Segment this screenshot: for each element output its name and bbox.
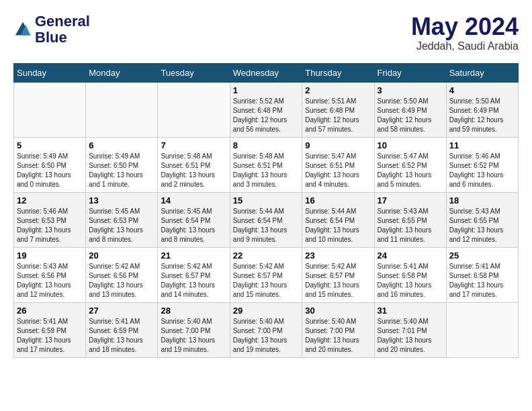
day-number: 14 (161, 195, 226, 205)
calendar-cell: 26Sunrise: 5:41 AMSunset: 6:59 PMDayligh… (14, 302, 86, 357)
calendar-cell: 13Sunrise: 5:45 AMSunset: 6:53 PMDayligh… (86, 192, 158, 247)
calendar-cell: 23Sunrise: 5:42 AMSunset: 6:57 PMDayligh… (302, 247, 374, 302)
title-block: May 2024 Jeddah, Saudi Arabia (411, 13, 519, 52)
calendar-cell: 14Sunrise: 5:45 AMSunset: 6:54 PMDayligh… (158, 192, 230, 247)
day-info: Sunrise: 5:44 AMSunset: 6:54 PMDaylight:… (305, 207, 371, 244)
weekday-header-thursday: Thursday (302, 63, 374, 82)
logo: General Blue (13, 13, 90, 46)
day-info: Sunrise: 5:44 AMSunset: 6:54 PMDaylight:… (233, 207, 300, 244)
calendar-cell: 9Sunrise: 5:47 AMSunset: 6:51 PMDaylight… (302, 137, 374, 192)
day-info: Sunrise: 5:51 AMSunset: 6:48 PMDaylight:… (305, 97, 371, 134)
calendar-cell: 27Sunrise: 5:41 AMSunset: 6:59 PMDayligh… (86, 302, 158, 357)
day-number: 11 (449, 140, 515, 150)
calendar-cell: 25Sunrise: 5:41 AMSunset: 6:58 PMDayligh… (446, 247, 518, 302)
calendar-cell: 24Sunrise: 5:41 AMSunset: 6:58 PMDayligh… (374, 247, 446, 302)
calendar-cell: 6Sunrise: 5:49 AMSunset: 6:50 PMDaylight… (86, 137, 158, 192)
day-number: 28 (161, 306, 226, 316)
calendar-week-4: 26Sunrise: 5:41 AMSunset: 6:59 PMDayligh… (14, 302, 519, 357)
calendar-cell: 21Sunrise: 5:42 AMSunset: 6:57 PMDayligh… (158, 247, 230, 302)
day-number: 27 (89, 306, 154, 316)
day-info: Sunrise: 5:41 AMSunset: 6:59 PMDaylight:… (89, 317, 154, 355)
day-info: Sunrise: 5:41 AMSunset: 6:59 PMDaylight:… (17, 317, 83, 355)
day-number: 17 (378, 195, 443, 205)
day-info: Sunrise: 5:48 AMSunset: 6:51 PMDaylight:… (233, 152, 300, 189)
calendar-cell: 22Sunrise: 5:42 AMSunset: 6:57 PMDayligh… (230, 247, 302, 302)
day-info: Sunrise: 5:52 AMSunset: 6:48 PMDaylight:… (233, 97, 300, 134)
calendar-cell: 2Sunrise: 5:51 AMSunset: 6:48 PMDaylight… (302, 82, 374, 137)
logo-icon (13, 20, 32, 39)
calendar-cell: 31Sunrise: 5:40 AMSunset: 7:01 PMDayligh… (374, 302, 446, 357)
day-number: 29 (233, 306, 300, 316)
calendar-cell: 4Sunrise: 5:50 AMSunset: 6:49 PMDaylight… (446, 82, 518, 137)
day-number: 16 (305, 195, 371, 205)
day-info: Sunrise: 5:43 AMSunset: 6:56 PMDaylight:… (17, 262, 83, 300)
page-header: General Blue May 2024 Jeddah, Saudi Arab… (13, 13, 519, 52)
calendar-cell: 8Sunrise: 5:48 AMSunset: 6:51 PMDaylight… (230, 137, 302, 192)
location: Jeddah, Saudi Arabia (411, 40, 519, 52)
calendar-cell: 19Sunrise: 5:43 AMSunset: 6:56 PMDayligh… (14, 247, 86, 302)
day-info: Sunrise: 5:46 AMSunset: 6:52 PMDaylight:… (449, 152, 515, 189)
day-number: 6 (89, 140, 154, 150)
day-info: Sunrise: 5:43 AMSunset: 6:55 PMDaylight:… (449, 207, 515, 244)
calendar-cell (14, 82, 86, 137)
calendar-table: SundayMondayTuesdayWednesdayThursdayFrid… (13, 63, 519, 358)
day-info: Sunrise: 5:41 AMSunset: 6:58 PMDaylight:… (449, 262, 515, 300)
calendar-cell: 12Sunrise: 5:46 AMSunset: 6:53 PMDayligh… (14, 192, 86, 247)
day-number: 30 (305, 306, 371, 316)
calendar-week-3: 19Sunrise: 5:43 AMSunset: 6:56 PMDayligh… (14, 247, 519, 302)
day-number: 12 (17, 195, 83, 205)
day-info: Sunrise: 5:43 AMSunset: 6:55 PMDaylight:… (378, 207, 443, 244)
day-number: 24 (378, 250, 443, 261)
day-number: 8 (233, 140, 300, 150)
day-number: 9 (305, 140, 371, 150)
day-info: Sunrise: 5:40 AMSunset: 7:01 PMDaylight:… (378, 317, 443, 355)
day-info: Sunrise: 5:42 AMSunset: 6:57 PMDaylight:… (305, 262, 371, 300)
day-info: Sunrise: 5:40 AMSunset: 7:00 PMDaylight:… (161, 317, 226, 355)
day-info: Sunrise: 5:46 AMSunset: 6:53 PMDaylight:… (17, 207, 83, 244)
day-number: 19 (17, 250, 83, 261)
calendar-week-0: 1Sunrise: 5:52 AMSunset: 6:48 PMDaylight… (14, 82, 519, 137)
day-info: Sunrise: 5:42 AMSunset: 6:57 PMDaylight:… (233, 262, 300, 300)
day-number: 21 (161, 250, 226, 261)
day-number: 13 (89, 195, 154, 205)
weekday-header-tuesday: Tuesday (158, 63, 230, 82)
calendar-cell: 29Sunrise: 5:40 AMSunset: 7:00 PMDayligh… (230, 302, 302, 357)
day-number: 26 (17, 306, 83, 316)
calendar-cell: 18Sunrise: 5:43 AMSunset: 6:55 PMDayligh… (446, 192, 518, 247)
month-title: May 2024 (411, 13, 519, 40)
calendar-cell: 30Sunrise: 5:40 AMSunset: 7:00 PMDayligh… (302, 302, 374, 357)
calendar-cell (446, 302, 518, 357)
calendar-week-1: 5Sunrise: 5:49 AMSunset: 6:50 PMDaylight… (14, 137, 519, 192)
calendar-cell: 17Sunrise: 5:43 AMSunset: 6:55 PMDayligh… (374, 192, 446, 247)
day-number: 23 (305, 250, 371, 261)
calendar-cell: 5Sunrise: 5:49 AMSunset: 6:50 PMDaylight… (14, 137, 86, 192)
day-info: Sunrise: 5:49 AMSunset: 6:50 PMDaylight:… (89, 152, 154, 189)
weekday-row: SundayMondayTuesdayWednesdayThursdayFrid… (14, 63, 519, 82)
day-number: 22 (233, 250, 300, 261)
logo-text: General Blue (35, 13, 90, 46)
calendar-week-2: 12Sunrise: 5:46 AMSunset: 6:53 PMDayligh… (14, 192, 519, 247)
weekday-header-saturday: Saturday (446, 63, 518, 82)
weekday-header-monday: Monday (86, 63, 158, 82)
day-number: 25 (449, 250, 515, 261)
weekday-header-wednesday: Wednesday (230, 63, 302, 82)
calendar-cell: 20Sunrise: 5:42 AMSunset: 6:56 PMDayligh… (86, 247, 158, 302)
day-number: 5 (17, 140, 83, 150)
calendar-cell (158, 82, 230, 137)
calendar-cell: 16Sunrise: 5:44 AMSunset: 6:54 PMDayligh… (302, 192, 374, 247)
day-info: Sunrise: 5:45 AMSunset: 6:54 PMDaylight:… (161, 207, 226, 244)
calendar-cell: 7Sunrise: 5:48 AMSunset: 6:51 PMDaylight… (158, 137, 230, 192)
day-info: Sunrise: 5:50 AMSunset: 6:49 PMDaylight:… (449, 97, 515, 134)
day-info: Sunrise: 5:40 AMSunset: 7:00 PMDaylight:… (305, 317, 371, 355)
calendar-cell: 11Sunrise: 5:46 AMSunset: 6:52 PMDayligh… (446, 137, 518, 192)
day-number: 2 (305, 85, 371, 95)
day-info: Sunrise: 5:45 AMSunset: 6:53 PMDaylight:… (89, 207, 154, 244)
day-info: Sunrise: 5:48 AMSunset: 6:51 PMDaylight:… (161, 152, 226, 189)
calendar-body: 1Sunrise: 5:52 AMSunset: 6:48 PMDaylight… (14, 82, 519, 357)
calendar-cell: 15Sunrise: 5:44 AMSunset: 6:54 PMDayligh… (230, 192, 302, 247)
day-number: 31 (378, 306, 443, 316)
day-info: Sunrise: 5:42 AMSunset: 6:57 PMDaylight:… (161, 262, 226, 300)
day-info: Sunrise: 5:47 AMSunset: 6:51 PMDaylight:… (305, 152, 371, 189)
calendar-cell: 10Sunrise: 5:47 AMSunset: 6:52 PMDayligh… (374, 137, 446, 192)
calendar-cell: 28Sunrise: 5:40 AMSunset: 7:00 PMDayligh… (158, 302, 230, 357)
